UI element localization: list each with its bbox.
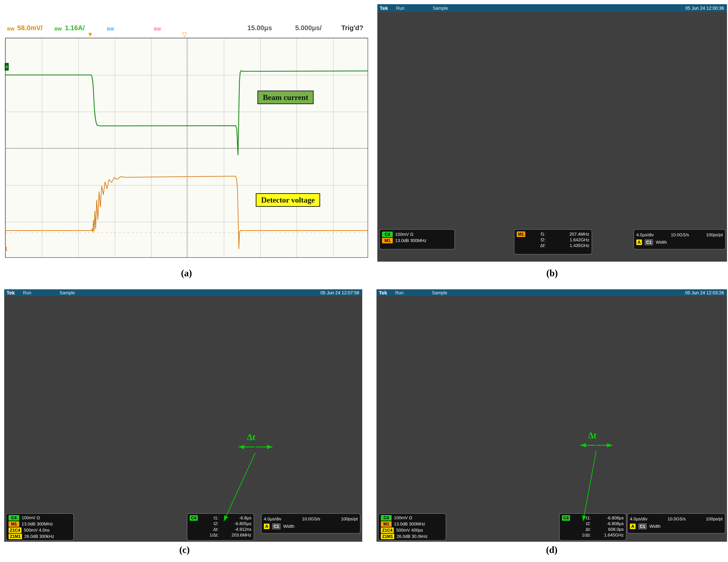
timebase: 4.0μs/div	[264, 516, 281, 522]
c4-chip: C4	[382, 232, 393, 237]
cursor-frequency-box-b: M1f1:207.4MHz f2:1.642GHz Δf:1.435GHz	[514, 229, 592, 254]
channel-settings-box-c: C4100mV Ω M113.0dB 300MHz Z1C4500mV 4.0n…	[6, 513, 74, 541]
m1-chip: M1	[9, 521, 19, 527]
z1m1-settings: 26.0dB 30.0kHz	[397, 534, 428, 539]
ch2-bw-badge: BW	[55, 26, 62, 32]
trigger-type: Width	[283, 524, 294, 529]
f-source-chip: M1	[517, 231, 525, 237]
m1-settings: 13.0dB 300MHz	[395, 238, 426, 243]
z1c4-chip: Z1C4	[9, 527, 21, 533]
time-reference-marker-icon: ▽	[182, 31, 187, 38]
trigger-a-chip: A	[630, 524, 636, 529]
ch1-ground-marker: 1	[5, 246, 8, 252]
detector-voltage-label: Detector voltage	[256, 193, 320, 207]
f1-label: f1:	[529, 232, 546, 237]
t1-label: t1:	[575, 515, 591, 521]
annotation-arrows-c	[4, 289, 362, 542]
inv-dt-label: 1/Δt:	[575, 532, 591, 538]
scope-b-bottom-bar: C4100mV Ω M113.0dB 300MHz M1f1:207.4MHz …	[377, 227, 727, 262]
t2-label: t2:	[575, 521, 591, 526]
dt-value: -4.912ns	[221, 527, 251, 532]
tek-titlebar-b: Tek Run Sample 05 Jun 24 12:00:36	[377, 4, 727, 12]
dt-label: Δt:	[202, 527, 219, 532]
c4-settings: 100mV Ω	[395, 232, 413, 237]
sample-rate: 10.0GS/s	[671, 232, 689, 237]
oscilloscope-screenshot-c: Tek Run Sample 05 Jun 24 12:07:58 M1 4 4…	[4, 289, 362, 542]
acquisition-mode: Sample	[432, 291, 447, 295]
oscilloscope-screenshot-a: BW 58.0mV/ BW 1.16A/ BW BW 15.00μs 5.000…	[4, 22, 369, 265]
inv-dt-value: 1.645GHz	[594, 532, 624, 538]
timebase: 4.0μs/div	[636, 232, 654, 237]
run-status: Run	[395, 291, 404, 295]
df-value: 1.435GHz	[548, 243, 589, 248]
f2-label: f2:	[529, 237, 546, 243]
dt-value: 608.0ps	[594, 527, 624, 532]
z1m1-settings: 26.0dB 300kHz	[24, 534, 54, 539]
timebase: 4.0μs/div	[630, 516, 648, 522]
sample-rate: 10.0GS/s	[668, 516, 686, 522]
t1-value: -6.8μs	[221, 515, 251, 521]
scope-a-traces	[6, 38, 368, 257]
c4-settings: 100mV Ω	[394, 515, 412, 520]
trigger-marker-icon: ▼	[87, 31, 93, 38]
t1-label: t1:	[202, 515, 219, 521]
caption-b: (b)	[546, 268, 558, 278]
beam-current-trace	[6, 71, 368, 155]
z1c4-settings: 500mV 400ps	[396, 528, 423, 533]
datetime-b: 05 Jun 24 12:00:36	[685, 6, 724, 11]
z1c4-chip: Z1C4	[381, 527, 394, 533]
trigger-type: Width	[656, 240, 667, 245]
scope-c-bottom-bar: C4100mV Ω M113.0dB 300MHz Z1C4500mV 4.0n…	[4, 512, 362, 542]
scope-d-bottom-bar: C4100mV Ω M113.0dB 300MHz Z1C4500mV 400p…	[376, 512, 727, 542]
t-source-chip: C4	[562, 515, 570, 521]
c4-chip: C4	[9, 515, 19, 521]
delay-readout: 15.00μs	[247, 24, 272, 32]
tek-logo: Tek	[380, 6, 388, 11]
tek-titlebar-c: Tek Run Sample 05 Jun 24 12:07:58	[4, 289, 362, 296]
scope-a-graticule	[5, 38, 368, 258]
ch2-scale: 1.16A/	[65, 24, 85, 32]
detector-voltage-trace	[6, 176, 368, 249]
caption-d: (d)	[546, 544, 557, 555]
m1-chip: M1	[381, 521, 392, 527]
delta-t-callout-line	[583, 451, 596, 521]
t-source-chip: C4	[190, 515, 198, 521]
tek-titlebar-d: Tek Run Sample 05 Jun 24 12:03:26	[376, 289, 727, 296]
caption-c: (c)	[179, 544, 190, 555]
run-status: Run	[23, 291, 31, 295]
oscilloscope-screenshot-b: Tek Run Sample 05 Jun 24 12:00:36 M1 4 C…	[377, 4, 727, 262]
z1c4-settings: 500mV 4.0ns	[24, 528, 49, 533]
c4-chip: C4	[381, 515, 392, 521]
caption-a: (a)	[181, 268, 192, 278]
trigger-source-chip: C1	[272, 523, 281, 529]
df-label: Δf:	[529, 243, 546, 248]
horizontal-settings-box-c: 4.0μs/div10.0GS/s100ps/pt AC1Width	[261, 513, 360, 533]
resolution: 100ps/pt	[706, 232, 723, 237]
c4-settings: 100mV Ω	[22, 515, 40, 520]
trigger-source-chip: C1	[645, 239, 653, 245]
m1-settings: 13.0dB 300MHz	[22, 521, 53, 527]
inv-dt-value: 203.6MHz	[221, 532, 251, 538]
f2-value: 1.642GHz	[548, 237, 589, 243]
datetime-c: 05 Jun 24 12:07:58	[320, 291, 359, 295]
t2-label: t2:	[202, 521, 219, 526]
beam-current-label: Beam current	[257, 91, 314, 104]
ch1-bw-badge: BW	[7, 26, 14, 32]
f1-value: 207.4MHz	[548, 232, 589, 237]
resolution: 100ps/pt	[706, 516, 723, 522]
trigger-a-chip: A	[636, 239, 642, 245]
horizontal-settings-box-b: 4.0μs/div10.0GS/s100ps/pt AC1Width	[634, 229, 725, 249]
trigger-status: Trig'd?	[341, 24, 363, 32]
trigger-source-chip: C1	[638, 523, 647, 529]
delta-t-annotation: Δt	[247, 432, 255, 442]
ch2-ground-marker: 2	[5, 63, 9, 71]
t2-value: -6.805μs	[221, 521, 251, 526]
inv-dt-label: 1/Δt:	[202, 532, 219, 538]
z1m1-chip: Z1M1	[381, 534, 394, 539]
cursor-time-box-c: C4t1:-6.8μs t2:-6.805μs Δt:-4.912ns 1/Δt…	[187, 513, 254, 541]
delta-t-annotation: Δt	[588, 431, 597, 440]
trigger-a-chip: A	[264, 524, 269, 529]
datetime-d: 05 Jun 24 12:03:26	[685, 291, 724, 295]
channel-settings-box-d: C4100mV Ω M113.0dB 300MHz Z1C4500mV 400p…	[378, 513, 446, 541]
z1m1-chip: Z1M1	[9, 534, 22, 539]
